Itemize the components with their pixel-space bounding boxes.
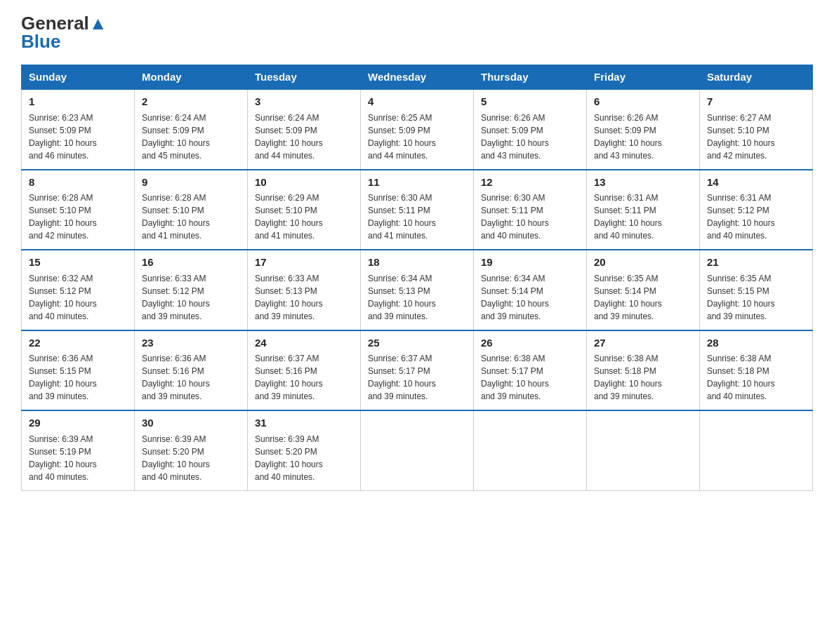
calendar-cell: 10 Sunrise: 6:29 AM Sunset: 5:10 PM Dayl…: [248, 170, 361, 250]
sunset-label: Sunset: 5:09 PM: [29, 126, 91, 135]
sunrise-label: Sunrise: 6:36 AM: [29, 354, 93, 363]
sunrise-label: Sunrise: 6:32 AM: [29, 274, 93, 283]
logo-triangle-icon: ▲: [89, 13, 107, 34]
daylight-label: Daylight: 10 hours: [707, 138, 775, 148]
sunrise-label: Sunrise: 6:28 AM: [29, 193, 93, 203]
col-header-tuesday: Tuesday: [248, 65, 361, 90]
day-number: 3: [255, 94, 353, 110]
day-number: 15: [29, 255, 127, 271]
calendar-cell: 31 Sunrise: 6:39 AM Sunset: 5:20 PM Dayl…: [248, 410, 361, 490]
day-number: 10: [255, 175, 353, 191]
daylight-label: Daylight: 10 hours: [142, 138, 210, 148]
calendar-cell: 24 Sunrise: 6:37 AM Sunset: 5:16 PM Dayl…: [248, 330, 361, 411]
sunset-label: Sunset: 5:10 PM: [707, 126, 769, 135]
daylight-label: Daylight: 10 hours: [368, 218, 436, 228]
day-number: 11: [368, 175, 466, 191]
daylight-value: and 39 minutes.: [29, 391, 88, 401]
daylight-value: and 39 minutes.: [594, 391, 654, 401]
daylight-label: Daylight: 10 hours: [142, 299, 210, 309]
daylight-label: Daylight: 10 hours: [29, 459, 97, 469]
sunrise-label: Sunrise: 6:24 AM: [142, 113, 206, 123]
calendar-cell: 7 Sunrise: 6:27 AM Sunset: 5:10 PM Dayli…: [700, 89, 813, 170]
calendar-cell: 21 Sunrise: 6:35 AM Sunset: 5:15 PM Dayl…: [700, 250, 813, 330]
col-header-friday: Friday: [587, 65, 700, 90]
calendar-header-row: SundayMondayTuesdayWednesdayThursdayFrid…: [22, 65, 813, 90]
sunrise-label: Sunrise: 6:36 AM: [142, 354, 206, 363]
calendar-cell: 23 Sunrise: 6:36 AM Sunset: 5:16 PM Dayl…: [135, 330, 248, 411]
sunrise-label: Sunrise: 6:31 AM: [707, 193, 771, 203]
calendar-cell: 11 Sunrise: 6:30 AM Sunset: 5:11 PM Dayl…: [361, 170, 474, 250]
daylight-value: and 43 minutes.: [594, 151, 654, 161]
calendar-cell: 27 Sunrise: 6:38 AM Sunset: 5:18 PM Dayl…: [587, 330, 700, 411]
calendar-week-1: 1 Sunrise: 6:23 AM Sunset: 5:09 PM Dayli…: [22, 89, 813, 170]
daylight-value: and 39 minutes.: [594, 311, 654, 321]
daylight-value: and 40 minutes.: [142, 472, 201, 482]
calendar-cell: 20 Sunrise: 6:35 AM Sunset: 5:14 PM Dayl…: [587, 250, 700, 330]
sunrise-label: Sunrise: 6:25 AM: [368, 113, 432, 123]
daylight-value: and 39 minutes.: [368, 391, 428, 401]
day-number: 14: [707, 175, 805, 191]
daylight-value: and 41 minutes.: [255, 231, 315, 241]
day-number: 12: [481, 175, 579, 191]
calendar-cell: 1 Sunrise: 6:23 AM Sunset: 5:09 PM Dayli…: [22, 89, 135, 170]
daylight-value: and 44 minutes.: [255, 151, 315, 161]
daylight-label: Daylight: 10 hours: [255, 218, 323, 228]
sunrise-label: Sunrise: 6:27 AM: [707, 113, 771, 123]
sunrise-label: Sunrise: 6:34 AM: [481, 274, 545, 283]
daylight-value: and 40 minutes.: [481, 231, 541, 241]
daylight-label: Daylight: 10 hours: [255, 138, 323, 148]
daylight-value: and 41 minutes.: [368, 231, 428, 241]
calendar-cell: 2 Sunrise: 6:24 AM Sunset: 5:09 PM Dayli…: [135, 89, 248, 170]
daylight-value: and 39 minutes.: [368, 311, 428, 321]
daylight-label: Daylight: 10 hours: [707, 299, 775, 309]
calendar-cell: 30 Sunrise: 6:39 AM Sunset: 5:20 PM Dayl…: [135, 410, 248, 490]
sunset-label: Sunset: 5:11 PM: [594, 206, 656, 215]
sunset-label: Sunset: 5:12 PM: [707, 206, 769, 215]
sunrise-label: Sunrise: 6:39 AM: [142, 434, 206, 444]
daylight-label: Daylight: 10 hours: [29, 138, 97, 148]
day-number: 7: [707, 94, 805, 110]
daylight-value: and 46 minutes.: [29, 151, 88, 161]
daylight-label: Daylight: 10 hours: [255, 379, 323, 389]
daylight-label: Daylight: 10 hours: [594, 138, 662, 148]
day-number: 26: [481, 335, 579, 351]
daylight-label: Daylight: 10 hours: [481, 138, 549, 148]
day-number: 24: [255, 335, 353, 351]
daylight-label: Daylight: 10 hours: [368, 299, 436, 309]
daylight-value: and 43 minutes.: [481, 151, 541, 161]
sunset-label: Sunset: 5:09 PM: [368, 126, 430, 135]
day-number: 31: [255, 415, 353, 431]
sunrise-label: Sunrise: 6:37 AM: [368, 354, 432, 363]
sunset-label: Sunset: 5:10 PM: [142, 206, 204, 215]
daylight-value: and 40 minutes.: [255, 472, 315, 482]
calendar-cell: 9 Sunrise: 6:28 AM Sunset: 5:10 PM Dayli…: [135, 170, 248, 250]
day-number: 23: [142, 335, 240, 351]
sunrise-label: Sunrise: 6:26 AM: [594, 113, 658, 123]
sunset-label: Sunset: 5:20 PM: [142, 447, 204, 457]
calendar-cell: 15 Sunrise: 6:32 AM Sunset: 5:12 PM Dayl…: [22, 250, 135, 330]
daylight-value: and 40 minutes.: [594, 231, 654, 241]
sunset-label: Sunset: 5:19 PM: [29, 447, 91, 457]
logo-blue-text: Blue: [21, 32, 60, 51]
day-number: 13: [594, 175, 692, 191]
sunrise-label: Sunrise: 6:39 AM: [29, 434, 93, 444]
sunset-label: Sunset: 5:09 PM: [594, 126, 656, 135]
daylight-value: and 42 minutes.: [707, 151, 767, 161]
daylight-label: Daylight: 10 hours: [29, 299, 97, 309]
calendar-cell: 5 Sunrise: 6:26 AM Sunset: 5:09 PM Dayli…: [474, 89, 587, 170]
day-number: 9: [142, 175, 240, 191]
calendar-cell: [587, 410, 700, 490]
daylight-label: Daylight: 10 hours: [142, 459, 210, 469]
daylight-value: and 39 minutes.: [481, 311, 541, 321]
calendar-cell: 28 Sunrise: 6:38 AM Sunset: 5:18 PM Dayl…: [700, 330, 813, 411]
sunset-label: Sunset: 5:11 PM: [368, 206, 430, 215]
sunset-label: Sunset: 5:11 PM: [481, 206, 543, 215]
day-number: 28: [707, 335, 805, 351]
sunset-label: Sunset: 5:10 PM: [255, 206, 317, 215]
calendar-week-3: 15 Sunrise: 6:32 AM Sunset: 5:12 PM Dayl…: [22, 250, 813, 330]
col-header-wednesday: Wednesday: [361, 65, 474, 90]
day-number: 29: [29, 415, 127, 431]
col-header-sunday: Sunday: [22, 65, 135, 90]
sunset-label: Sunset: 5:20 PM: [255, 447, 317, 457]
sunrise-label: Sunrise: 6:30 AM: [368, 193, 432, 203]
